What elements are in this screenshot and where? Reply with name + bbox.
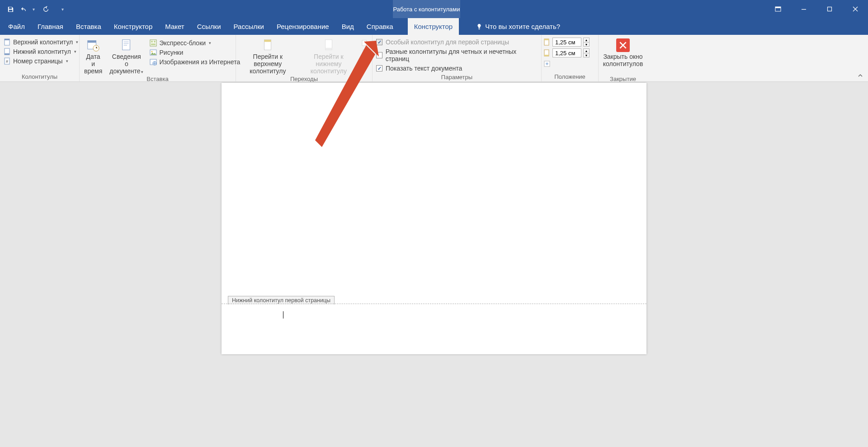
spinner-up[interactable]: ▲ bbox=[583, 38, 590, 42]
online-pictures-icon bbox=[150, 58, 157, 66]
different-odd-even-checkbox[interactable]: Разные колонтитулы для четных и нечетных… bbox=[374, 47, 539, 63]
go-to-header-icon bbox=[260, 38, 275, 52]
tab-references[interactable]: Ссылки bbox=[191, 18, 227, 35]
svg-point-22 bbox=[151, 51, 153, 52]
svg-rect-29 bbox=[362, 40, 367, 46]
svg-rect-7 bbox=[5, 53, 9, 55]
svg-rect-2 bbox=[802, 9, 806, 10]
ribbon: Верхний колонтитул▾ Нижний колонтитул▾ #… bbox=[0, 35, 868, 82]
header-button[interactable]: Верхний колонтитул▾ bbox=[2, 38, 80, 47]
svg-rect-31 bbox=[362, 60, 365, 64]
qat-undo-dropdown[interactable]: ▾ bbox=[33, 7, 37, 12]
ribbon-display-options-icon[interactable] bbox=[765, 0, 791, 18]
footer-icon bbox=[4, 48, 11, 55]
redo-icon[interactable] bbox=[41, 4, 51, 14]
show-document-text-checkbox[interactable]: Показать текст документа bbox=[374, 64, 539, 73]
ribbon-tabs: Файл Главная Вставка Конструктор Макет С… bbox=[0, 18, 868, 35]
tab-design[interactable]: Конструктор bbox=[108, 18, 159, 35]
checkbox-icon bbox=[376, 52, 382, 58]
previous-section-button bbox=[359, 38, 370, 48]
quick-parts-button[interactable]: Экспресс-блоки▾ bbox=[148, 38, 242, 48]
date-time-icon bbox=[86, 38, 100, 52]
date-time-button[interactable]: Дата ивремя bbox=[81, 37, 105, 75]
collapse-ribbon-button[interactable] bbox=[856, 71, 864, 80]
go-to-footer-button: Перейти к нижнемуколонтитулу bbox=[300, 37, 358, 75]
tab-view[interactable]: Вид bbox=[335, 18, 360, 35]
svg-rect-15 bbox=[123, 43, 128, 44]
next-icon bbox=[361, 49, 368, 56]
header-position-icon bbox=[543, 38, 551, 46]
svg-rect-18 bbox=[151, 41, 153, 43]
spinner-down[interactable]: ▼ bbox=[583, 42, 590, 47]
alignment-tab-icon bbox=[543, 60, 551, 67]
svg-rect-5 bbox=[5, 39, 9, 40]
svg-rect-1 bbox=[775, 7, 781, 8]
text-cursor bbox=[283, 311, 283, 319]
header-from-top-input[interactable]: 1,25 см ▲▼ bbox=[543, 38, 590, 47]
tab-mailings[interactable]: Рассылки bbox=[227, 18, 270, 35]
contextual-tab-title: Работа с колонтитулами bbox=[393, 0, 460, 18]
footer-position-icon bbox=[543, 49, 551, 57]
header-icon bbox=[4, 38, 11, 46]
spinner-down[interactable]: ▼ bbox=[583, 53, 590, 57]
page-number-icon: # bbox=[4, 57, 11, 65]
svg-rect-30 bbox=[363, 50, 368, 55]
group-label-options: Параметры bbox=[374, 73, 539, 82]
svg-rect-3 bbox=[827, 7, 831, 11]
tab-header-footer-design[interactable]: Конструктор bbox=[408, 18, 459, 35]
svg-rect-19 bbox=[154, 41, 156, 43]
title-bar: ▾ ▾ Документ1 - Word Работа с колонтитул… bbox=[0, 0, 868, 18]
svg-rect-36 bbox=[544, 55, 549, 56]
tab-insert[interactable]: Вставка bbox=[70, 18, 108, 35]
footer-button[interactable]: Нижний колонтитул▾ bbox=[2, 47, 80, 56]
svg-rect-20 bbox=[151, 43, 156, 45]
svg-rect-14 bbox=[123, 42, 128, 43]
tell-me-label: Что вы хотите сделать? bbox=[485, 23, 560, 30]
tab-layout[interactable]: Макет bbox=[159, 18, 190, 35]
checkbox-icon bbox=[376, 65, 382, 71]
spinner-up[interactable]: ▲ bbox=[583, 48, 590, 53]
go-to-footer-icon bbox=[321, 38, 336, 52]
checkbox-icon bbox=[376, 39, 382, 45]
go-to-header-button[interactable]: Перейти к верхнемуколонтитулу bbox=[238, 37, 298, 75]
pictures-button[interactable]: Рисунки bbox=[148, 48, 242, 57]
link-previous-icon bbox=[361, 58, 368, 66]
minimize-button[interactable] bbox=[791, 0, 816, 18]
document-info-icon bbox=[119, 38, 134, 52]
svg-rect-34 bbox=[544, 39, 549, 40]
different-first-page-checkbox[interactable]: Особый колонтитул для первой страницы bbox=[374, 38, 539, 47]
tab-home[interactable]: Главная bbox=[31, 18, 70, 35]
close-button[interactable] bbox=[842, 0, 868, 18]
tab-help[interactable]: Справка bbox=[360, 18, 400, 35]
maximize-button[interactable] bbox=[816, 0, 842, 18]
svg-rect-11 bbox=[88, 41, 96, 43]
save-icon[interactable] bbox=[5, 4, 15, 14]
footer-separator bbox=[222, 304, 646, 304]
tab-review[interactable]: Рецензирование bbox=[270, 18, 335, 35]
quick-parts-icon bbox=[150, 39, 157, 47]
next-section-button bbox=[359, 48, 370, 57]
qat-customize-dropdown[interactable]: ▾ bbox=[61, 7, 66, 12]
document-info-button[interactable]: Сведения одокументе▾ bbox=[107, 37, 146, 75]
close-header-footer-button[interactable]: Закрыть окноколонтитулов bbox=[600, 37, 646, 75]
svg-rect-28 bbox=[325, 48, 332, 50]
svg-rect-26 bbox=[264, 40, 271, 42]
document-workspace[interactable]: Нижний колонтитул первой страницы bbox=[0, 82, 868, 447]
svg-rect-16 bbox=[123, 45, 127, 46]
link-to-previous-button bbox=[359, 57, 370, 67]
undo-icon[interactable] bbox=[19, 4, 29, 14]
insert-alignment-tab-button[interactable] bbox=[543, 59, 590, 68]
online-pictures-button[interactable]: Изображения из Интернета bbox=[148, 57, 242, 67]
footer-from-bottom-input[interactable]: 1,25 см ▲▼ bbox=[543, 48, 590, 57]
close-hf-icon bbox=[616, 38, 630, 52]
lightbulb-icon bbox=[476, 24, 482, 30]
document-page[interactable]: Нижний колонтитул первой страницы bbox=[222, 83, 646, 354]
tell-me-search[interactable]: Что вы хотите сделать? bbox=[472, 18, 566, 35]
group-label-headers: Колонтитулы bbox=[2, 72, 77, 81]
svg-text:#: # bbox=[6, 59, 8, 64]
previous-icon bbox=[361, 39, 368, 47]
page-number-button[interactable]: # Номер страницы▾ bbox=[2, 57, 80, 66]
svg-rect-32 bbox=[365, 60, 368, 64]
group-label-position: Положение bbox=[543, 72, 596, 81]
tab-file[interactable]: Файл bbox=[2, 18, 31, 35]
